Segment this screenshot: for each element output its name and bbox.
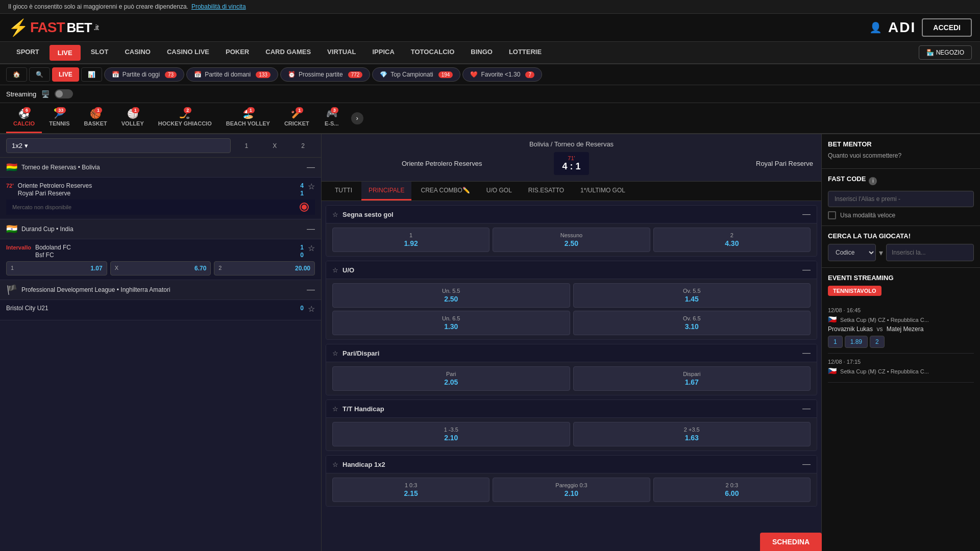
cerca-select[interactable]: Codice — [828, 244, 876, 261]
filter-top[interactable]: 💎 Top Campionati 194 — [372, 67, 460, 82]
nav-sport[interactable]: SPORT — [8, 42, 47, 63]
odd-btn-x-2[interactable]: X 6.70 — [110, 261, 211, 276]
nav-lotterie[interactable]: LOTTERIE — [501, 42, 550, 63]
fav-icon-uo[interactable]: ☆ — [332, 266, 338, 274]
tab-ultimo-gol[interactable]: 1*/ULTIMO GOL — [573, 182, 632, 201]
odd-uo-un55[interactable]: Un. 5.5 2.50 — [332, 283, 570, 308]
sport-tab-hockey[interactable]: 🏒 2 HOCKEY GHIACCIO — [151, 103, 219, 133]
search-button[interactable]: 🔍 — [29, 67, 50, 82]
odd-segna-2[interactable]: 2 4.30 — [653, 228, 811, 252]
home-button[interactable]: 🏠 — [6, 67, 27, 82]
nav-totocalcio[interactable]: TOTOCALCIO — [403, 42, 462, 63]
league-pdl[interactable]: 🏴 Professional Development League • Ingh… — [0, 280, 321, 300]
warning-bar: Il gioco è consentito solo ai maggiorenn… — [0, 0, 980, 14]
nav-card-games[interactable]: CARD GAMES — [257, 42, 319, 63]
odd-val-pari: 2.05 — [337, 378, 566, 386]
tab-ris-esatto[interactable]: RIS.ESATTO — [521, 182, 571, 201]
sport-tabs-scroll-right[interactable]: › — [351, 112, 363, 124]
collapse-icon-pari[interactable]: — — [802, 348, 811, 358]
stream-odd-label-1: 1 — [828, 336, 843, 348]
match-filter-select[interactable]: 1x2 ▾ — [6, 138, 231, 153]
sport-tab-volley[interactable]: 🏐 1 VOLLEY — [114, 103, 151, 133]
pdl-collapse-icon[interactable]: — — [307, 285, 315, 294]
nav-casino-live[interactable]: CASINO LIVE — [159, 42, 217, 63]
collapse-icon-tt[interactable]: — — [802, 404, 811, 413]
star-3[interactable]: ☆ — [308, 304, 315, 314]
league-bolivia[interactable]: 🇧🇴 Torneo de Reservas • Bolivia — — [0, 158, 321, 178]
odd-uo-ov65[interactable]: Ov. 6.5 3.10 — [573, 311, 811, 335]
filter-tomorrow[interactable]: 📅 Partite di domani 133 — [186, 67, 278, 82]
odd-pari-pari[interactable]: Pari 2.05 — [332, 366, 570, 391]
warning-link[interactable]: Probabilità di vincita — [191, 3, 246, 10]
streaming-badge[interactable]: TENNISTAVOLO — [828, 286, 881, 296]
home-icon: 🏠 — [13, 71, 20, 78]
sport-tab-tennis[interactable]: 🎾 33 TENNIS — [42, 103, 77, 133]
fav-icon-pari[interactable]: ☆ — [332, 349, 338, 357]
sport-tab-beach[interactable]: 🏖️ 1 BEACH VOLLEY — [219, 103, 277, 133]
stream-odd-val-1[interactable]: 1.89 — [845, 336, 868, 348]
sport-tab-cricket[interactable]: 🏏 1 CRICKET — [277, 103, 316, 133]
tab-crea-combo[interactable]: CREA COMBO✏️ — [413, 182, 477, 201]
fav-icon-tt[interactable]: ☆ — [332, 405, 338, 413]
odd-btn-2-2[interactable]: 2 20.00 — [214, 261, 315, 276]
nav-live[interactable]: LIVE — [50, 45, 81, 61]
nav-slot[interactable]: SLOT — [83, 42, 117, 63]
nav-bingo[interactable]: BINGO — [462, 42, 501, 63]
collapse-icon-h1x2[interactable]: — — [802, 460, 811, 469]
market-title-tt: T/T Handicap — [342, 405, 802, 413]
accedi-button[interactable]: ACCEDI — [922, 18, 972, 37]
nav-casino[interactable]: CASINO — [116, 42, 159, 63]
live-filter-button[interactable]: LIVE — [52, 67, 79, 82]
odd-pari-dispari[interactable]: Dispari 1.67 — [573, 366, 811, 391]
collapse-icon-uo[interactable]: — — [802, 265, 811, 274]
odd-uo-ov55[interactable]: Ov. 5.5 1.45 — [573, 283, 811, 308]
odd-h1x2-1[interactable]: 1 0:3 2.15 — [332, 478, 489, 502]
nav-ippica[interactable]: IPPICA — [364, 42, 402, 63]
tab-uo-gol[interactable]: U/O GOL — [479, 182, 519, 201]
tab-principale[interactable]: PRINCIPALE — [361, 182, 411, 201]
adi-text: ADI — [888, 19, 916, 36]
odd-h1x2-x[interactable]: Pareggio 0:3 2.10 — [493, 478, 650, 502]
fast-code-input[interactable] — [828, 191, 974, 207]
negozio-button[interactable]: 🏪 NEGOZIO — [919, 45, 972, 60]
filter-upcoming[interactable]: ⏰ Prossime partite 772 — [280, 67, 370, 82]
radio-1[interactable] — [300, 203, 309, 212]
fav-icon-h1x2[interactable]: ☆ — [332, 461, 338, 468]
streaming-toggle[interactable] — [55, 89, 73, 98]
use-fast-row: Usa modalità veloce — [828, 211, 974, 219]
filter-today[interactable]: 📅 Partite di oggi 73 — [104, 67, 185, 82]
nav-poker[interactable]: POKER — [217, 42, 257, 63]
bolivia-collapse-icon[interactable]: — — [307, 163, 315, 172]
sport-tab-esport[interactable]: 🎮 3 E-S... — [316, 103, 347, 133]
cerca-input[interactable] — [886, 244, 974, 261]
match-teams-2: Bodoland FC 1 Bsf FC 0 — [35, 243, 304, 259]
player2-1: Matej Mezera — [887, 325, 924, 333]
team1-row-2: Bodoland FC 1 — [35, 244, 304, 251]
fast-code-info-icon[interactable]: i — [869, 177, 877, 185]
beach-label: BEACH VOLLEY — [226, 120, 270, 127]
odd-val-h1x2-x: 2.10 — [497, 489, 645, 497]
odd-segna-nessuno[interactable]: Nessuno 2.50 — [493, 228, 650, 252]
odd-uo-un65[interactable]: Un. 6.5 1.30 — [332, 311, 570, 335]
sport-tab-calcio[interactable]: ⚽ 6 CALCIO — [6, 103, 42, 133]
collapse-icon-segna[interactable]: — — [802, 210, 811, 219]
league-india[interactable]: 🇮🇳 Durand Cup • India — — [0, 219, 321, 239]
fav-icon-segna[interactable]: ☆ — [332, 211, 338, 218]
odd-val-uo-ov55: 1.45 — [578, 295, 806, 303]
odd-h1x2-2[interactable]: 2 0:3 6.00 — [653, 478, 811, 502]
tab-tutti[interactable]: TUTTI — [328, 182, 359, 201]
filter-favorites[interactable]: ❤️ Favorite <1.30 7 — [462, 67, 542, 82]
chart-button[interactable]: 📊 — [81, 67, 102, 82]
odd-tt-1[interactable]: 1 -3.5 2.10 — [332, 422, 570, 446]
odd-btn-1-2[interactable]: 1 1.07 — [6, 261, 107, 276]
odd-segna-1[interactable]: 1 1.92 — [332, 228, 489, 252]
sport-tab-basket[interactable]: 🏀 1 BASKET — [77, 103, 114, 133]
user-icon[interactable]: 👤 — [869, 21, 882, 34]
nav-virtual[interactable]: VIRTUAL — [319, 42, 364, 63]
star-2[interactable]: ☆ — [308, 243, 315, 253]
schedina-bar[interactable]: SCHEDINA — [760, 533, 822, 551]
star-1[interactable]: ☆ — [308, 182, 315, 191]
use-fast-checkbox[interactable] — [828, 211, 836, 219]
india-collapse-icon[interactable]: — — [307, 224, 315, 234]
odd-tt-2[interactable]: 2 +3.5 1.63 — [573, 422, 811, 446]
